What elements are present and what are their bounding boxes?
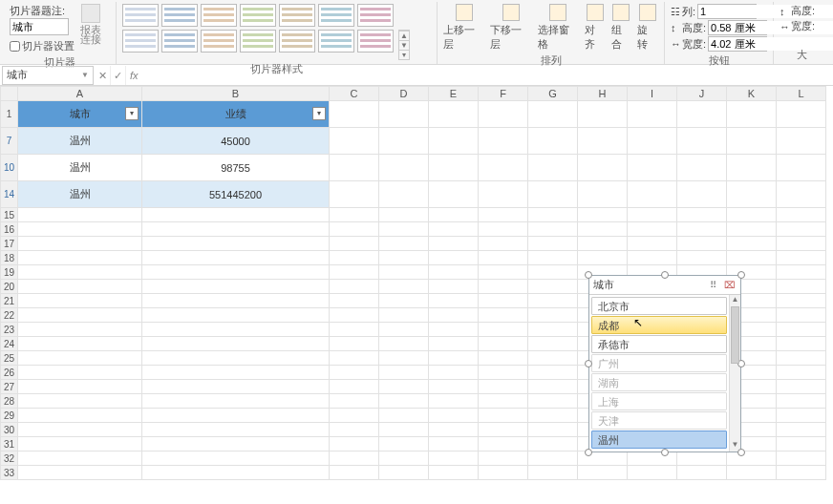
align-button[interactable]: 对齐 bbox=[585, 4, 606, 52]
slicer-style-13[interactable] bbox=[318, 30, 354, 52]
cell[interactable] bbox=[528, 466, 578, 480]
cell[interactable] bbox=[429, 466, 479, 480]
cell[interactable] bbox=[479, 208, 528, 222]
cell[interactable] bbox=[18, 265, 142, 280]
cell[interactable] bbox=[18, 394, 142, 409]
cell[interactable] bbox=[429, 294, 479, 308]
cell[interactable] bbox=[777, 308, 826, 323]
cell[interactable] bbox=[330, 251, 379, 265]
cell[interactable] bbox=[528, 380, 578, 394]
col-header-L[interactable]: L bbox=[777, 87, 826, 101]
resize-handle-sw[interactable] bbox=[585, 449, 592, 456]
cell[interactable] bbox=[429, 280, 479, 294]
cell[interactable] bbox=[330, 323, 379, 337]
cell[interactable] bbox=[330, 280, 379, 294]
cell[interactable] bbox=[330, 351, 379, 366]
cell[interactable] bbox=[777, 294, 826, 308]
col-header-J[interactable]: J bbox=[677, 87, 727, 101]
slicer-style-6[interactable] bbox=[318, 4, 354, 27]
cell[interactable] bbox=[777, 366, 826, 380]
cell[interactable] bbox=[479, 437, 528, 452]
cell[interactable] bbox=[727, 208, 777, 222]
cell[interactable] bbox=[429, 452, 479, 466]
cell[interactable] bbox=[479, 366, 528, 380]
row-header-1[interactable]: 1 bbox=[1, 101, 18, 128]
cell[interactable] bbox=[379, 394, 429, 409]
col-header-A[interactable]: A bbox=[18, 87, 142, 101]
cell[interactable] bbox=[528, 265, 578, 280]
cell[interactable] bbox=[330, 423, 379, 437]
row-header-33[interactable]: 33 bbox=[1, 466, 18, 480]
cell[interactable] bbox=[777, 208, 826, 222]
cell[interactable] bbox=[18, 294, 142, 308]
cell[interactable] bbox=[18, 380, 142, 394]
cell[interactable] bbox=[379, 128, 429, 155]
row-header-22[interactable]: 22 bbox=[1, 308, 18, 323]
cell[interactable] bbox=[777, 181, 826, 208]
cell[interactable] bbox=[777, 351, 826, 366]
cell[interactable] bbox=[330, 409, 379, 423]
slicer-style-8[interactable] bbox=[122, 30, 159, 52]
cell[interactable] bbox=[777, 155, 826, 181]
cell[interactable] bbox=[379, 251, 429, 265]
cell[interactable] bbox=[429, 380, 479, 394]
cell[interactable] bbox=[18, 351, 142, 366]
cell[interactable] bbox=[479, 237, 528, 251]
resize-handle-w[interactable] bbox=[585, 360, 592, 368]
cell[interactable] bbox=[142, 265, 330, 280]
cell-city[interactable]: 温州 bbox=[18, 155, 142, 181]
cell[interactable] bbox=[379, 380, 429, 394]
cell[interactable] bbox=[142, 366, 330, 380]
cell[interactable] bbox=[528, 351, 578, 366]
cell[interactable] bbox=[18, 237, 142, 251]
cell[interactable] bbox=[330, 181, 379, 208]
cell[interactable] bbox=[777, 222, 826, 237]
cell[interactable] bbox=[18, 409, 142, 423]
scroll-thumb[interactable] bbox=[731, 306, 739, 364]
slicer-city[interactable]: 城市 ⠿ ⌧ 北京市成都承德市广州湖南上海天津温州 ▲ ▼ ↖ bbox=[588, 275, 741, 452]
cell[interactable] bbox=[429, 351, 479, 366]
cell[interactable] bbox=[18, 251, 142, 265]
cell[interactable] bbox=[142, 323, 330, 337]
cell[interactable] bbox=[18, 280, 142, 294]
resize-handle-ne[interactable] bbox=[737, 271, 745, 279]
group-button[interactable]: 组合 bbox=[611, 4, 632, 52]
cell[interactable] bbox=[777, 323, 826, 337]
cell[interactable] bbox=[528, 294, 578, 308]
cell[interactable] bbox=[429, 222, 479, 237]
col-header-K[interactable]: K bbox=[727, 87, 777, 101]
cell[interactable] bbox=[142, 452, 330, 466]
cell[interactable] bbox=[777, 101, 826, 128]
cell[interactable] bbox=[379, 323, 429, 337]
cell[interactable] bbox=[379, 351, 429, 366]
cell[interactable] bbox=[142, 466, 330, 480]
row-header-16[interactable]: 16 bbox=[1, 222, 18, 237]
cell[interactable] bbox=[727, 452, 777, 466]
cell[interactable] bbox=[429, 251, 479, 265]
resize-handle-s[interactable] bbox=[661, 449, 669, 456]
cell[interactable] bbox=[142, 280, 330, 294]
cell[interactable] bbox=[777, 409, 826, 423]
cell[interactable] bbox=[528, 208, 578, 222]
cell[interactable] bbox=[479, 466, 528, 480]
col-header-C[interactable]: C bbox=[330, 87, 379, 101]
row-header-7[interactable]: 7 bbox=[1, 128, 18, 155]
cell-value[interactable]: 98755 bbox=[142, 155, 330, 181]
slicer-item-湖南[interactable]: 湖南 bbox=[591, 373, 727, 391]
cell[interactable] bbox=[429, 237, 479, 251]
cell[interactable] bbox=[777, 128, 826, 155]
cell[interactable] bbox=[727, 128, 777, 155]
cell-value[interactable]: 551445200 bbox=[142, 181, 330, 208]
slicer-style-7[interactable] bbox=[357, 4, 394, 27]
cell[interactable] bbox=[727, 181, 777, 208]
cell[interactable] bbox=[727, 155, 777, 181]
slicer-style-4[interactable] bbox=[240, 4, 276, 27]
cell[interactable] bbox=[677, 128, 727, 155]
row-header-23[interactable]: 23 bbox=[1, 323, 18, 337]
report-connections-button[interactable]: 报表 连接 bbox=[80, 4, 101, 44]
cell[interactable] bbox=[142, 208, 330, 222]
clear-filter-icon[interactable]: ⌧ bbox=[723, 279, 737, 292]
cell[interactable] bbox=[528, 423, 578, 437]
cell[interactable] bbox=[578, 181, 628, 208]
cell[interactable] bbox=[18, 323, 142, 337]
